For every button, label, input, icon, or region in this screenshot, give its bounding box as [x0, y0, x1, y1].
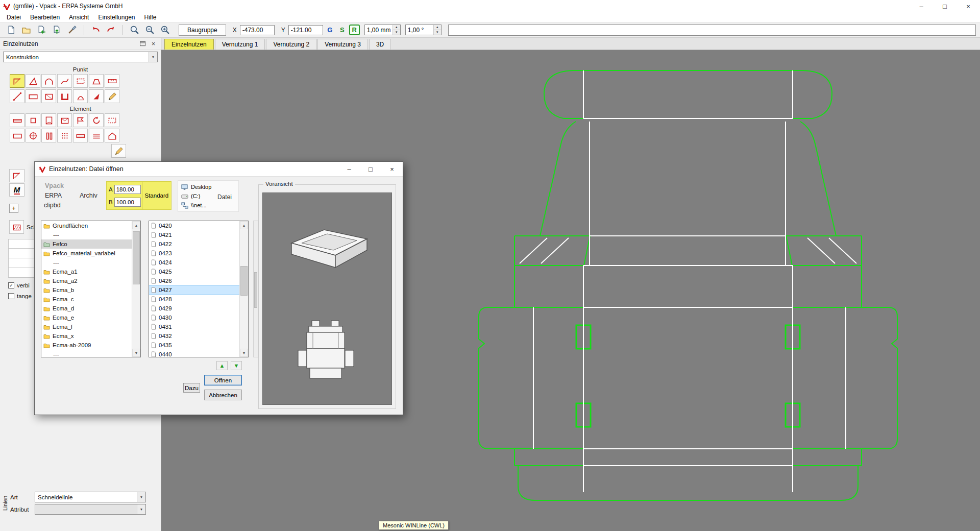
datei-button[interactable]: Datei: [217, 194, 232, 201]
dialog-maximize-button[interactable]: □: [360, 162, 381, 176]
punkt-tool-dashed-rect[interactable]: [73, 74, 88, 88]
file-item[interactable]: 0425: [149, 267, 240, 276]
mode-select[interactable]: Konstruktion ▼: [3, 52, 158, 62]
tab-vernutzung-2[interactable]: Vernutzung 2: [266, 39, 316, 50]
dialog-title-bar[interactable]: Einzelnutzen: Datei öffnen – □ ×: [35, 162, 403, 177]
import-button[interactable]: [35, 23, 48, 36]
element-tool-door[interactable]: [41, 113, 56, 127]
folder-item-selected[interactable]: Fefco: [41, 239, 132, 249]
minimize-button[interactable]: –: [910, 0, 933, 12]
punkt-tool-triangle[interactable]: [26, 74, 40, 88]
element-tool-draw[interactable]: [111, 144, 126, 158]
angle-up-icon[interactable]: ▲: [434, 25, 441, 30]
menu-datei[interactable]: Datei: [2, 13, 26, 22]
element-tool-panel[interactable]: [10, 129, 24, 142]
command-input[interactable]: [448, 25, 976, 36]
tab-vernutzung-3[interactable]: Vernutzung 3: [317, 39, 368, 50]
folder-item[interactable]: Ecma_x: [41, 331, 132, 341]
file-item[interactable]: 0428: [149, 295, 240, 304]
folder-item[interactable]: Grundflächen: [41, 221, 132, 230]
element-tool-square[interactable]: [26, 113, 40, 127]
folder-item[interactable]: Ecma-ab-2009: [41, 341, 132, 350]
file-item[interactable]: 0426: [149, 276, 240, 285]
dimension-b-input[interactable]: [114, 198, 141, 207]
punkt-tool-open-rect[interactable]: [57, 89, 72, 103]
punkt-tool-rectangle[interactable]: [26, 89, 40, 103]
file-item[interactable]: 0424: [149, 258, 240, 267]
place-network[interactable]: \\net...: [181, 201, 207, 210]
archiv-button[interactable]: Archiv: [80, 192, 97, 199]
scrollbar-thumb[interactable]: [240, 266, 248, 296]
file-scrollbar[interactable]: ▲ ▼: [239, 221, 248, 357]
place-desktop[interactable]: Desktop: [181, 182, 211, 191]
file-item[interactable]: 0432: [149, 331, 240, 341]
folder-item[interactable]: Ecma_e: [41, 313, 132, 322]
folder-item[interactable]: Ecma_b: [41, 285, 132, 295]
snap-toggle-button[interactable]: S: [337, 25, 348, 35]
menu-bearbeiten[interactable]: Bearbeiten: [26, 13, 64, 22]
punkt-tool-wedge[interactable]: [89, 89, 104, 103]
punkt-tool-curve[interactable]: [57, 74, 72, 88]
undo-button[interactable]: [89, 23, 103, 36]
file-item[interactable]: 0440: [149, 350, 240, 357]
pane-scrollbar[interactable]: [253, 221, 258, 357]
element-tool-dashed-rect[interactable]: [105, 113, 119, 127]
source-vpack-button[interactable]: Vpack: [45, 182, 64, 189]
file-item[interactable]: 0429: [149, 304, 240, 313]
file-item[interactable]: 0430: [149, 313, 240, 322]
element-tool-envelope[interactable]: [57, 113, 72, 127]
punkt-tool-edit[interactable]: [105, 89, 119, 103]
corner-measure-tool[interactable]: [9, 169, 24, 182]
tab-vernutzung-1[interactable]: Vernutzung 1: [215, 39, 265, 50]
element-tool-grid[interactable]: [57, 129, 72, 142]
scrollbar-thumb[interactable]: [133, 231, 140, 284]
line-type-select[interactable]: Schneidelinie ▼: [35, 492, 146, 502]
grid-toggle-button[interactable]: G: [325, 25, 335, 35]
folder-item[interactable]: Ecma_d: [41, 304, 132, 313]
measure-tool[interactable]: M: [9, 183, 24, 197]
source-clipbd-button[interactable]: clipbd: [44, 202, 61, 209]
x-coordinate-input[interactable]: [240, 25, 275, 35]
folder-item[interactable]: Fefco_material_variabel: [41, 249, 132, 258]
step-size-input[interactable]: [365, 25, 393, 35]
file-item[interactable]: 0422: [149, 239, 240, 249]
move-down-button[interactable]: ▼: [231, 361, 242, 370]
baugruppe-button[interactable]: Baugruppe: [179, 25, 226, 36]
element-tool-band[interactable]: [73, 129, 88, 142]
chevron-down-icon[interactable]: ▼: [137, 504, 145, 514]
file-item[interactable]: 0420: [149, 221, 240, 230]
step-down-icon[interactable]: ▼: [393, 30, 400, 35]
tools-button[interactable]: [65, 23, 79, 36]
chevron-down-icon[interactable]: ▼: [137, 492, 145, 502]
dialog-close-button[interactable]: ×: [381, 162, 403, 176]
open-button[interactable]: Öffnen: [204, 375, 242, 385]
redo-button[interactable]: [104, 23, 118, 36]
cancel-button[interactable]: Abbrechen: [204, 390, 242, 400]
hatch-tool[interactable]: [9, 220, 24, 234]
close-button[interactable]: ×: [957, 0, 980, 12]
chevron-down-icon[interactable]: ▼: [149, 52, 157, 62]
element-tool-rotate[interactable]: [89, 113, 104, 127]
file-item[interactable]: 0431: [149, 322, 240, 331]
new-file-button[interactable]: [4, 23, 18, 36]
folder-item[interactable]: Ecma_a2: [41, 276, 132, 285]
file-item[interactable]: 0421: [149, 230, 240, 239]
verbinden-checkbox[interactable]: ✓: [8, 282, 14, 288]
dialog-minimize-button[interactable]: –: [338, 162, 360, 176]
punkt-tool-trapezoid[interactable]: [89, 74, 104, 88]
angle-input[interactable]: [406, 25, 433, 35]
scroll-down-icon[interactable]: ▼: [132, 349, 140, 357]
punkt-tool-arch[interactable]: [41, 74, 56, 88]
file-item-selected[interactable]: 0427: [149, 285, 240, 295]
maximize-button[interactable]: □: [933, 0, 957, 12]
tangential-checkbox[interactable]: [8, 293, 14, 299]
scroll-down-icon[interactable]: ▼: [240, 349, 248, 357]
open-file-button[interactable]: [19, 23, 33, 36]
place-c-drive[interactable]: (C:): [181, 191, 200, 201]
zoom-button[interactable]: [128, 23, 141, 36]
menu-ansicht[interactable]: Ansicht: [64, 13, 93, 22]
standard-button[interactable]: Standard: [142, 182, 171, 209]
y-coordinate-input[interactable]: [288, 25, 323, 35]
scroll-up-icon[interactable]: ▲: [132, 221, 140, 229]
source-erpa-button[interactable]: ERPA: [45, 192, 62, 199]
